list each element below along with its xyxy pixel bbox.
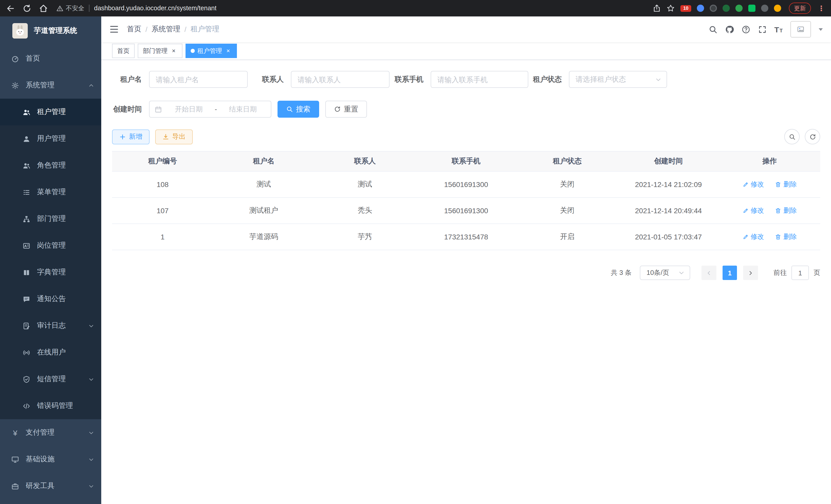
sidebar-item-role[interactable]: 角色管理	[0, 152, 101, 179]
avatar[interactable]	[791, 21, 811, 37]
address-bar[interactable]: 不安全 dashboard.yudao.iocoder.cn/system/te…	[57, 2, 648, 15]
status-select[interactable]: 请选择租户状态	[569, 71, 667, 88]
omnibox-divider	[89, 5, 89, 12]
goto-page-input[interactable]	[792, 266, 809, 280]
user-menu-caret-icon[interactable]	[819, 28, 823, 31]
sidebar-item-online-users[interactable]: 在线用户	[0, 339, 101, 366]
sidebar-item-tenant[interactable]: 租户管理	[0, 99, 101, 125]
extension-badge[interactable]: 10	[681, 5, 691, 11]
url-text[interactable]: dashboard.yudao.iocoder.cn/system/tenant	[94, 5, 217, 12]
contact-label: 联系人	[262, 75, 284, 84]
phone-label: 联系手机	[395, 75, 424, 84]
sidebar-item-notice[interactable]: 通知公告	[0, 286, 101, 313]
sidebar-item-error-code[interactable]: 错误码管理	[0, 392, 101, 419]
next-page-button[interactable]	[743, 266, 758, 280]
sidebar-item-dict[interactable]: 字典管理	[0, 259, 101, 286]
sidebar-group-sms[interactable]: 短信管理	[0, 366, 101, 392]
sidebar-item-label: 错误码管理	[37, 401, 73, 411]
close-icon[interactable]	[225, 47, 232, 55]
phone-input[interactable]	[431, 71, 528, 88]
sidebar-item-label: 首页	[26, 54, 40, 63]
tenant-name-input[interactable]	[149, 71, 248, 88]
extension-icon[interactable]	[774, 5, 781, 12]
github-icon[interactable]	[725, 25, 734, 34]
sidebar-group-infra[interactable]: 基础设施	[0, 446, 101, 473]
reset-button[interactable]: 重置	[325, 101, 367, 118]
sidebar-item-home[interactable]: 首页	[0, 45, 101, 72]
table-row: 108 测试 测试 15601691300 关闭 2021-12-14 21:0…	[112, 171, 820, 198]
sidebar-group-payment[interactable]: ¥ 支付管理	[0, 419, 101, 446]
date-range-picker[interactable]: 开始日期 - 结束日期	[149, 101, 271, 118]
sidebar-item-menu[interactable]: 菜单管理	[0, 179, 101, 206]
browser-reload-icon[interactable]	[23, 4, 31, 12]
extension-icon[interactable]	[748, 5, 755, 12]
add-button[interactable]: 新增	[112, 129, 149, 144]
contact-input[interactable]	[291, 71, 390, 88]
cell-phone: 15601691300	[416, 171, 517, 198]
edit-link[interactable]: 修改	[742, 206, 764, 215]
browser-back-icon[interactable]	[6, 4, 15, 12]
browser-home-icon[interactable]	[39, 4, 48, 12]
toggle-search-button[interactable]	[784, 129, 800, 144]
close-icon[interactable]	[170, 47, 177, 55]
pagination: 共 3 条 10条/页 1 前往 页	[112, 266, 820, 280]
app-logo[interactable]: 芋道管理系统	[0, 17, 101, 45]
page-content: 租户名 联系人 联系手机 租户状态 请选择租户状态 创建时间 开始日期 -	[101, 60, 831, 280]
delete-link[interactable]: 删除	[775, 206, 797, 215]
cell-tenant-name: 芋道源码	[213, 224, 315, 250]
delete-link[interactable]: 删除	[775, 232, 797, 241]
extension-icon[interactable]	[736, 5, 743, 12]
sidebar-group-audit-log[interactable]: 审计日志	[0, 313, 101, 339]
help-icon[interactable]	[741, 25, 750, 34]
security-chip[interactable]: 不安全	[57, 4, 84, 12]
broken-image-icon	[797, 26, 804, 33]
browser-menu-icon[interactable]: ⋮	[818, 5, 825, 12]
fullscreen-icon[interactable]	[758, 25, 767, 34]
sidebar-item-dept[interactable]: 部门管理	[0, 206, 101, 232]
tab-tenant[interactable]: 租户管理	[185, 44, 237, 58]
tab-home[interactable]: 首页	[112, 44, 135, 58]
page-size-select[interactable]: 10条/页	[640, 266, 690, 280]
bookmark-star-icon[interactable]	[666, 4, 675, 12]
breadcrumb-home[interactable]: 首页	[127, 25, 141, 34]
prev-page-button[interactable]	[701, 266, 716, 280]
extension-icon[interactable]	[722, 5, 730, 12]
sidebar-item-user[interactable]: 用户管理	[0, 125, 101, 152]
font-size-icon[interactable]: TT	[774, 25, 783, 33]
cell-contact: 测试	[314, 171, 416, 198]
col-status: 租户状态	[517, 151, 618, 171]
tab-dept[interactable]: 部门管理	[138, 44, 182, 58]
edit-link[interactable]: 修改	[742, 180, 764, 189]
chrome-update-button[interactable]: 更新	[789, 3, 811, 14]
cell-tenant-id: 107	[112, 198, 213, 224]
header-search-icon[interactable]	[709, 25, 717, 34]
extension-icon[interactable]	[710, 5, 717, 12]
tags-view: 首页 部门管理 租户管理	[101, 42, 831, 60]
refresh-icon	[809, 133, 816, 140]
share-icon[interactable]	[653, 4, 661, 12]
chevron-down-icon	[88, 376, 94, 382]
delete-link[interactable]: 删除	[775, 180, 797, 189]
delete-label: 删除	[783, 206, 797, 215]
browser-toolbar: 不安全 dashboard.yudao.iocoder.cn/system/te…	[0, 0, 831, 17]
sidebar-item-label: 字典管理	[37, 268, 66, 277]
table-toolbar: 新增 导出	[112, 129, 820, 144]
sidebar-item-post[interactable]: 岗位管理	[0, 232, 101, 259]
edit-link[interactable]: 修改	[742, 232, 764, 241]
refresh-table-button[interactable]	[805, 129, 820, 144]
sidebar-group-dev-tools[interactable]: 研发工具	[0, 473, 101, 499]
sidebar-group-system[interactable]: 系统管理	[0, 72, 101, 99]
page-size-value: 10条/页	[647, 268, 678, 277]
search-button[interactable]: 搜索	[278, 101, 319, 118]
export-button[interactable]: 导出	[155, 129, 193, 144]
extension-icon[interactable]	[697, 5, 704, 12]
chevron-down-icon	[655, 76, 661, 83]
logo-image	[12, 23, 28, 38]
plus-icon	[119, 133, 126, 140]
sidebar-toggle-icon[interactable]	[110, 25, 119, 34]
extension-icon[interactable]	[761, 5, 768, 12]
chevron-down-icon	[678, 270, 685, 276]
current-page-button[interactable]: 1	[722, 266, 737, 280]
breadcrumb-system[interactable]: 系统管理	[152, 25, 180, 34]
list-icon	[23, 188, 30, 196]
